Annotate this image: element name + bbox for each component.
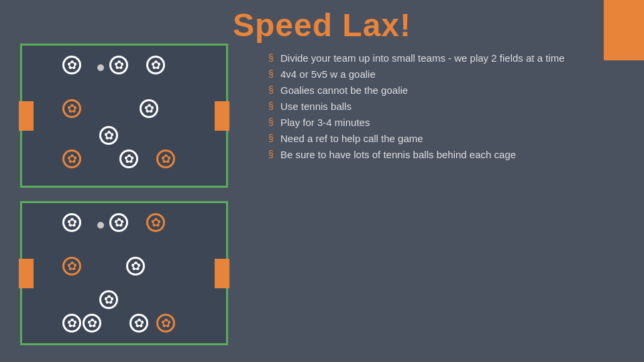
goal-right-bottom <box>215 259 229 288</box>
player-white-4 <box>140 99 158 118</box>
bullet-item-3: Goalies cannot be the goalie <box>268 82 604 99</box>
ball-top <box>97 64 104 71</box>
field-top <box>20 44 228 188</box>
bullet-item-7: Be sure to have lots of tennis balls beh… <box>268 147 604 163</box>
player-b-white-1 <box>62 213 81 232</box>
bullet-item-4: Use tennis balls <box>268 99 604 115</box>
player-b-orange-1 <box>146 213 165 232</box>
player-orange-2 <box>62 149 81 168</box>
goal-right-top <box>215 101 229 131</box>
player-b-white-3 <box>126 257 145 276</box>
page-title: Speed Lax! <box>0 7 644 44</box>
info-panel: Divide your team up into small teams - w… <box>255 44 617 170</box>
field-bottom <box>20 201 228 345</box>
ball-bottom <box>97 222 104 229</box>
player-b-white-7 <box>129 314 148 333</box>
goal-left-top <box>19 101 34 131</box>
bullet-list: Divide your team up into small teams - w… <box>268 50 604 163</box>
player-orange-1 <box>62 99 81 118</box>
bullet-item-5: Play for 3-4 minutes <box>268 115 604 131</box>
player-white-3 <box>146 56 165 74</box>
player-white-5 <box>99 126 118 145</box>
player-white-6 <box>119 149 138 168</box>
player-b-white-4 <box>99 290 118 309</box>
player-white-2 <box>109 56 128 74</box>
bullet-item-6: Need a ref to help call the game <box>268 131 604 147</box>
bullet-item-2: 4v4 or 5v5 w a goalie <box>268 66 604 82</box>
bullet-item-1: Divide your team up into small teams - w… <box>268 50 604 66</box>
player-b-orange-2 <box>62 257 81 276</box>
player-b-white-2 <box>109 213 128 232</box>
player-b-orange-3 <box>156 314 175 333</box>
player-b-white-5 <box>62 314 81 333</box>
player-b-white-6 <box>83 314 101 333</box>
player-white-1 <box>62 56 81 74</box>
goal-left-bottom <box>19 259 34 288</box>
player-orange-3 <box>156 149 175 168</box>
